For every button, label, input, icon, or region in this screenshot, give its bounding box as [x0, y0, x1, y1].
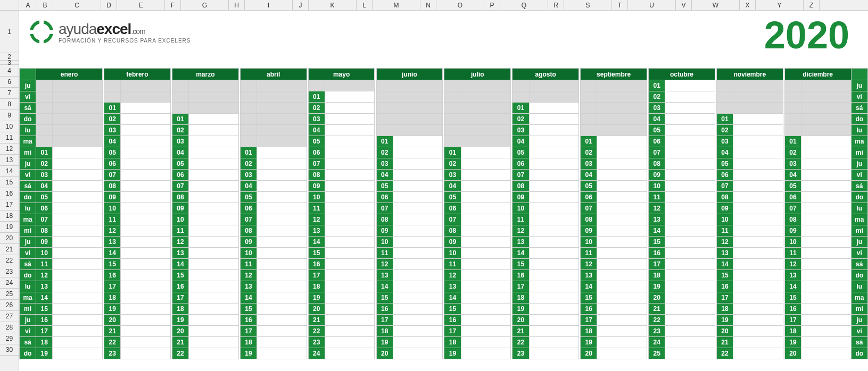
row-header-25[interactable]: 25	[0, 289, 19, 300]
day-cell[interactable]	[733, 270, 783, 281]
day-cell[interactable]	[597, 270, 647, 281]
day-cell[interactable]	[529, 170, 579, 181]
day-cell[interactable]	[801, 170, 852, 181]
day-cell[interactable]	[189, 248, 239, 259]
day-cell[interactable]	[189, 181, 239, 192]
day-cell[interactable]	[393, 337, 443, 348]
day-cell[interactable]	[189, 225, 239, 237]
day-cell[interactable]	[529, 348, 579, 359]
day-cell[interactable]	[257, 348, 307, 359]
day-cell[interactable]	[325, 114, 375, 125]
day-cell[interactable]	[393, 281, 443, 292]
day-cell[interactable]	[393, 259, 443, 270]
day-cell[interactable]	[325, 281, 375, 292]
day-cell[interactable]	[597, 248, 647, 259]
col-header-C[interactable]: C	[53, 0, 101, 10]
day-cell[interactable]	[733, 292, 783, 303]
day-cell[interactable]	[53, 170, 103, 181]
day-cell[interactable]	[325, 192, 375, 203]
day-cell[interactable]	[665, 125, 715, 136]
day-cell[interactable]	[733, 303, 783, 315]
col-header-U[interactable]: U	[628, 0, 676, 10]
day-cell[interactable]	[461, 270, 511, 281]
day-cell[interactable]	[733, 214, 783, 225]
day-cell[interactable]	[257, 214, 307, 225]
day-cell[interactable]	[529, 315, 579, 326]
day-cell[interactable]	[257, 259, 307, 270]
day-cell[interactable]	[461, 203, 511, 214]
day-cell[interactable]	[325, 303, 375, 315]
day-cell[interactable]	[733, 337, 783, 348]
day-cell[interactable]	[529, 158, 579, 170]
day-cell[interactable]	[257, 292, 307, 303]
day-cell[interactable]	[597, 315, 647, 326]
day-cell[interactable]	[393, 303, 443, 315]
day-cell[interactable]	[53, 292, 103, 303]
day-cell[interactable]	[529, 281, 579, 292]
col-header-D[interactable]: D	[101, 0, 117, 10]
day-cell[interactable]	[665, 103, 715, 114]
day-cell[interactable]	[461, 326, 511, 337]
col-header-Y[interactable]: Y	[756, 0, 804, 10]
day-cell[interactable]	[733, 114, 783, 125]
day-cell[interactable]	[461, 303, 511, 315]
day-cell[interactable]	[393, 237, 443, 248]
row-header-12[interactable]: 12	[0, 144, 19, 155]
day-cell[interactable]	[529, 237, 579, 248]
day-cell[interactable]	[529, 114, 579, 125]
day-cell[interactable]	[461, 158, 511, 170]
day-cell[interactable]	[121, 192, 171, 203]
day-cell[interactable]	[597, 181, 647, 192]
day-cell[interactable]	[529, 103, 579, 114]
day-cell[interactable]	[325, 270, 375, 281]
day-cell[interactable]	[53, 315, 103, 326]
day-cell[interactable]	[529, 225, 579, 237]
day-cell[interactable]	[393, 147, 443, 158]
row-header-13[interactable]: 13	[0, 155, 19, 166]
day-cell[interactable]	[53, 348, 103, 359]
day-cell[interactable]	[189, 203, 239, 214]
day-cell[interactable]	[189, 337, 239, 348]
day-cell[interactable]	[53, 248, 103, 259]
day-cell[interactable]	[529, 259, 579, 270]
day-cell[interactable]	[801, 348, 852, 359]
day-cell[interactable]	[325, 248, 375, 259]
day-cell[interactable]	[325, 237, 375, 248]
day-cell[interactable]	[189, 237, 239, 248]
day-cell[interactable]	[121, 114, 171, 125]
col-header-I[interactable]: I	[245, 0, 293, 10]
day-cell[interactable]	[801, 326, 852, 337]
day-cell[interactable]	[665, 270, 715, 281]
row-header-3[interactable]: 3	[0, 61, 19, 65]
day-cell[interactable]	[801, 270, 852, 281]
col-header-S[interactable]: S	[564, 0, 612, 10]
day-cell[interactable]	[393, 158, 443, 170]
day-cell[interactable]	[53, 237, 103, 248]
day-cell[interactable]	[665, 303, 715, 315]
day-cell[interactable]	[325, 315, 375, 326]
day-cell[interactable]	[189, 326, 239, 337]
day-cell[interactable]	[733, 259, 783, 270]
day-cell[interactable]	[325, 225, 375, 237]
day-cell[interactable]	[325, 147, 375, 158]
day-cell[interactable]	[53, 181, 103, 192]
day-cell[interactable]	[121, 337, 171, 348]
day-cell[interactable]	[461, 192, 511, 203]
day-cell[interactable]	[665, 248, 715, 259]
day-cell[interactable]	[733, 125, 783, 136]
row-header-8[interactable]: 8	[0, 99, 19, 110]
day-cell[interactable]	[257, 237, 307, 248]
day-cell[interactable]	[665, 114, 715, 125]
day-cell[interactable]	[665, 136, 715, 147]
day-cell[interactable]	[53, 281, 103, 292]
day-cell[interactable]	[121, 103, 171, 114]
day-cell[interactable]	[257, 203, 307, 214]
day-cell[interactable]	[733, 315, 783, 326]
day-cell[interactable]	[801, 337, 852, 348]
col-header-M[interactable]: M	[373, 0, 420, 10]
day-cell[interactable]	[801, 225, 852, 237]
day-cell[interactable]	[189, 214, 239, 225]
day-cell[interactable]	[53, 158, 103, 170]
day-cell[interactable]	[461, 259, 511, 270]
day-cell[interactable]	[257, 170, 307, 181]
